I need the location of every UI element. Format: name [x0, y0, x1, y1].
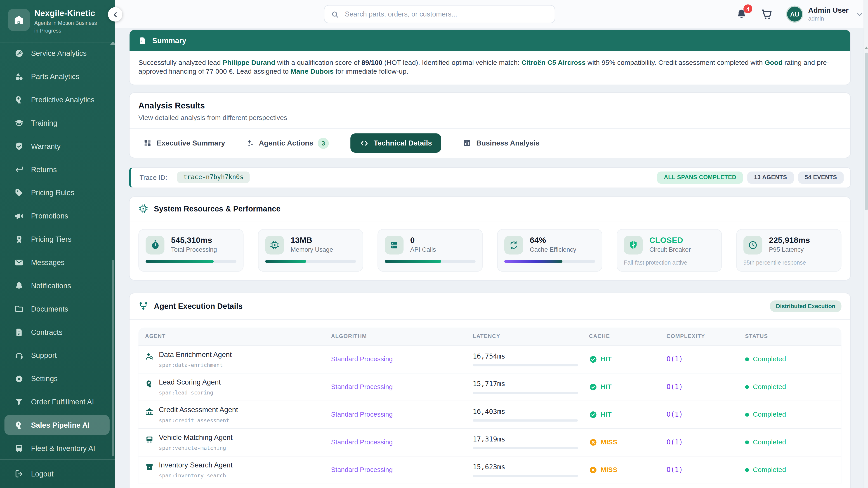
agent-span: span:lead-scoring: [159, 389, 221, 395]
warehouse-icon: [13, 14, 24, 26]
agent-algorithm[interactable]: Standard Processing: [331, 466, 473, 474]
table-row[interactable]: Inventory Search Agent span:inventory-se…: [138, 456, 841, 483]
agent-algorithm[interactable]: Standard Processing: [331, 411, 473, 418]
sidebar-item-promotions[interactable]: Promotions: [0, 206, 115, 226]
tab-business-analysis[interactable]: Business Analysis: [463, 139, 539, 147]
agent-complexity: O(1): [666, 466, 745, 474]
sidebar-collapse-button[interactable]: [108, 7, 123, 22]
sidebar-item-documents[interactable]: Documents: [0, 299, 115, 319]
user-search-icon: [145, 352, 154, 361]
agent-algorithm[interactable]: Standard Processing: [331, 355, 473, 363]
sidebar-item-pricing-rules[interactable]: Pricing Rules: [0, 183, 115, 202]
sidebar-item-contracts[interactable]: Contracts: [0, 322, 115, 342]
status-dot: [745, 357, 749, 361]
search-input[interactable]: [344, 10, 555, 19]
resources-header: System Resources & Performance: [129, 197, 850, 221]
tab-executive-summary[interactable]: Executive Summary: [143, 139, 225, 147]
sidebar-item-warranty[interactable]: Warranty: [0, 136, 115, 156]
grid-icon: [143, 139, 152, 147]
trace-id-value[interactable]: trace-n7byh7kn0s: [177, 172, 250, 183]
system-resources-card: System Resources & Performance 545,310ms…: [129, 196, 851, 281]
stopwatch-icon: [146, 236, 164, 254]
cache-status: HIT: [589, 355, 666, 363]
sidebar-item-label: Documents: [31, 304, 68, 313]
metric-row: 545,310ms Total Processing 13MB Memory U…: [129, 221, 850, 271]
metric-label: API Calls: [410, 246, 436, 253]
graduation-cap-icon: [14, 118, 24, 128]
table-row[interactable]: Lead Scoring Agent span:lead-scoring Sta…: [138, 373, 841, 400]
metric-progress-track: [504, 260, 595, 263]
agent-name: Data Enrichment Agent: [159, 351, 232, 359]
sidebar-item-sales-pipeline-ai[interactable]: Sales Pipeline AI: [4, 415, 110, 435]
sidebar-item-training[interactable]: Training: [0, 113, 115, 133]
tab-technical-details[interactable]: Technical Details: [350, 133, 441, 153]
sidebar-item-service-analytics[interactable]: Service Analytics: [0, 43, 115, 63]
tab-label: Technical Details: [374, 139, 432, 147]
sidebar-item-notifications[interactable]: Notifications: [0, 275, 115, 295]
scrollbar-up-arrow[interactable]: [865, 46, 868, 49]
events-count-badge: 54 EVENTS: [798, 171, 844, 184]
metric-total-processing: 545,310ms Total Processing: [138, 229, 243, 271]
analysis-subtitle: View detailed analysis from different pe…: [129, 110, 850, 129]
agent-algorithm[interactable]: Standard Processing: [331, 438, 473, 446]
tag-icon: [14, 188, 24, 197]
agents-title: Agent Execution Details: [154, 302, 243, 311]
summary-segment: for immediate follow-up.: [334, 68, 408, 75]
table-header-row: AGENT ALGORITHM LATENCY CACHE COMPLEXITY…: [138, 327, 841, 345]
funnel-icon: [14, 397, 24, 406]
bus-icon: [14, 444, 24, 453]
agent-complexity: O(1): [666, 411, 745, 418]
sidebar-item-predictive-analytics[interactable]: Predictive Analytics: [0, 90, 115, 109]
cart-button[interactable]: [761, 8, 773, 20]
bank-icon: [145, 407, 154, 416]
sidebar-item-label: Messages: [31, 258, 64, 266]
sidebar-item-label: Order Fulfillment AI: [31, 398, 94, 406]
tab-label: Agentic Actions: [259, 139, 313, 147]
table-row[interactable]: Data Enrichment Agent span:data-enrichme…: [138, 345, 841, 373]
sidebar-item-support[interactable]: Support: [0, 345, 115, 365]
sidebar-item-pricing-tiers[interactable]: Pricing Tiers: [0, 229, 115, 249]
table-row[interactable]: Vehicle Matching Agent span:vehicle-matc…: [138, 428, 841, 456]
latency-bar: [473, 447, 578, 449]
tab-agentic-actions[interactable]: Agentic Actions 3: [246, 138, 329, 149]
latency-bar: [473, 392, 578, 394]
metric-progress-fill: [265, 260, 306, 263]
cart-icon: [761, 8, 773, 20]
search-icon: [331, 10, 339, 18]
sidebar-item-order-fulfillment-ai[interactable]: Order Fulfillment AI: [0, 392, 115, 412]
latency-bar: [473, 419, 578, 422]
check-circle-icon: [589, 383, 597, 391]
global-search[interactable]: [324, 5, 555, 23]
brand-subtitle: Agents in Motion Business in Progress: [34, 20, 101, 35]
sidebar-item-label: Returns: [31, 165, 57, 173]
metric-memory-usage: 13MB Memory Usage: [258, 229, 363, 271]
topbar: 4 AU Admin User admin: [115, 0, 868, 28]
notifications-button[interactable]: 4: [736, 8, 747, 20]
avatar: AU: [786, 5, 803, 23]
agent-complexity: O(1): [666, 383, 745, 391]
sidebar-item-returns[interactable]: Returns: [0, 159, 115, 179]
status-dot: [745, 440, 749, 444]
logout-label: Logout: [31, 470, 54, 478]
table-row[interactable]: Credit Assessment Agent span:credit-asse…: [138, 400, 841, 428]
main-scrollbar[interactable]: [864, 0, 868, 488]
sidebar-scrollbar[interactable]: [112, 260, 114, 456]
sidebar-item-messages[interactable]: Messages: [0, 252, 115, 272]
file-text-icon: [14, 327, 24, 337]
trace-id-label: Trace ID:: [140, 173, 167, 181]
tab-count-badge: 3: [318, 138, 329, 149]
agent-span: span:data-enrichment: [159, 362, 232, 368]
summary-text: Successfully analyzed lead Philippe Dura…: [129, 51, 850, 85]
sidebar-item-settings[interactable]: Settings: [0, 368, 115, 388]
vehicle-match: Citroën C5 Aircross: [522, 59, 586, 66]
agent-status: Completed: [745, 438, 841, 446]
agent-span: span:credit-assessment: [159, 417, 238, 423]
agent-algorithm[interactable]: Standard Processing: [331, 383, 473, 391]
logout-button[interactable]: Logout: [0, 459, 54, 488]
sidebar-item-fleet-inventory-ai[interactable]: Fleet & Inventory AI: [0, 438, 115, 458]
sidebar-item-label: Pricing Tiers: [31, 235, 71, 243]
user-menu[interactable]: AU Admin User admin: [786, 5, 864, 23]
scrollbar-thumb[interactable]: [865, 53, 868, 210]
metric-cache-efficiency: 64% Cache Efficiency: [497, 229, 602, 271]
sidebar-item-parts-analytics[interactable]: Parts Analytics: [0, 66, 115, 86]
